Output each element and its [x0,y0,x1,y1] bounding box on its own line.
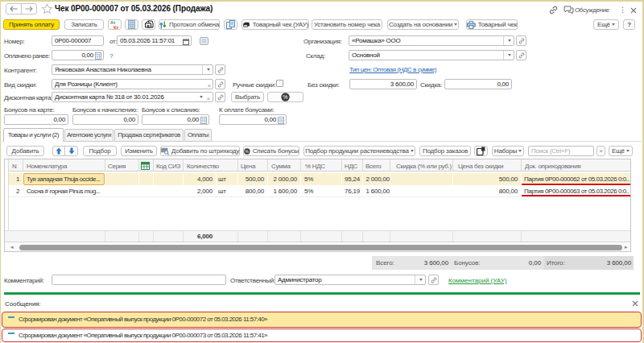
svg-text:%: % [246,148,250,153]
svg-text:Ку: Ку [114,25,119,30]
svg-text:%: % [283,94,287,100]
